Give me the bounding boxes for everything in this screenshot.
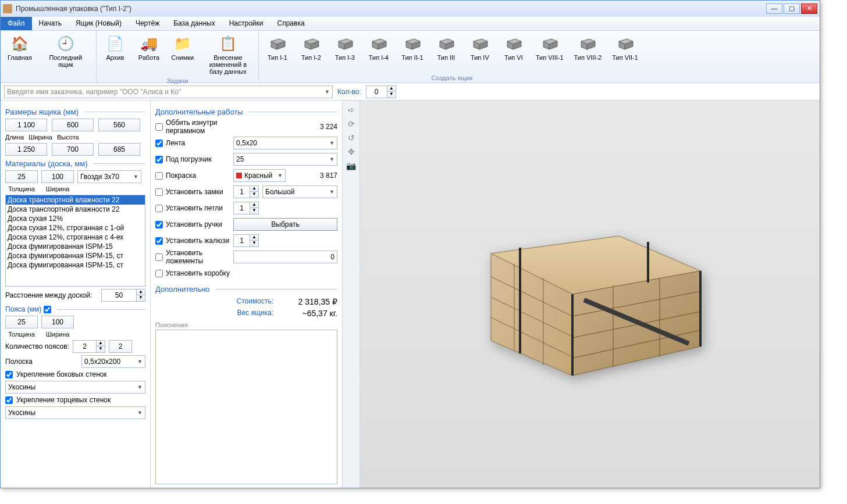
reinforce-side-combo[interactable]: Укосины▼ bbox=[5, 381, 145, 394]
rotate-icon[interactable]: ↺ bbox=[346, 132, 357, 144]
work-checkbox[interactable] bbox=[155, 140, 163, 147]
ribbon-button[interactable]: Тип I-4 bbox=[365, 33, 393, 62]
reinforce-end-combo[interactable]: Укосины▼ bbox=[5, 406, 145, 419]
work-checkbox-label[interactable]: Оббить изнутри пергамином bbox=[155, 119, 230, 135]
work-spinner[interactable]: ▲▼ bbox=[233, 234, 259, 247]
ribbon-button[interactable]: Тип VII-1 bbox=[610, 33, 640, 62]
list-item[interactable]: Доска фумигированная ISPM-15, ст bbox=[6, 260, 145, 270]
work-spinner[interactable]: ▲▼ bbox=[233, 185, 259, 198]
menu-item[interactable]: Настройки bbox=[222, 17, 271, 30]
camera-icon[interactable]: 📷 bbox=[346, 160, 357, 171]
belts-checkbox[interactable] bbox=[44, 306, 51, 313]
nails-combo[interactable]: Гвозди 3x70▼ bbox=[77, 170, 141, 183]
crate-type-icon bbox=[268, 34, 287, 53]
work-checkbox-label[interactable]: Установить ручки bbox=[155, 220, 230, 228]
ribbon-button[interactable]: Тип II-1 bbox=[398, 33, 426, 62]
spinner-up-icon[interactable]: ▲ bbox=[387, 86, 396, 92]
color-select[interactable]: Красный▼ bbox=[233, 169, 286, 182]
belt-width-input[interactable] bbox=[41, 316, 74, 328]
ribbon-button[interactable]: Тип I-2 bbox=[297, 33, 325, 62]
work-checkbox-label[interactable]: Установить ложементы bbox=[155, 249, 230, 265]
refresh-icon[interactable]: ⟳ bbox=[346, 118, 357, 130]
ribbon-button[interactable]: 📄Архив bbox=[101, 33, 129, 62]
menu-item[interactable]: Файл bbox=[1, 17, 32, 30]
ribbon-button[interactable]: Тип IV bbox=[466, 33, 494, 62]
dimension-outer-input[interactable] bbox=[52, 143, 94, 156]
work-checkbox[interactable] bbox=[155, 172, 163, 180]
dimension-input[interactable] bbox=[5, 119, 47, 131]
move-icon[interactable]: ✥ bbox=[346, 146, 357, 158]
work-checkbox[interactable] bbox=[155, 205, 163, 212]
list-item[interactable]: Доска фумигированная ISPM-15, ст bbox=[6, 251, 145, 260]
list-item[interactable]: Доска сухая 12%, строганная с 1-ой bbox=[6, 223, 145, 233]
notes-textarea[interactable] bbox=[155, 330, 337, 484]
work-checkbox[interactable] bbox=[155, 237, 163, 245]
belt-count-spinner-1[interactable]: ▲▼ bbox=[73, 340, 105, 353]
strip-combo[interactable]: 0,5x20x200▼ bbox=[81, 355, 145, 368]
belt-thickness-input[interactable] bbox=[5, 316, 38, 328]
width-input[interactable] bbox=[41, 170, 74, 183]
work-checkbox-label[interactable]: Лента bbox=[155, 139, 230, 147]
qty-input[interactable] bbox=[366, 85, 387, 98]
ribbon-button[interactable]: 📁Снимки bbox=[169, 33, 197, 62]
list-item[interactable]: Доска транспортной влажности 22 bbox=[6, 205, 145, 214]
work-checkbox-label[interactable]: Под погрузчик bbox=[155, 155, 230, 163]
reinforce-end-chk[interactable] bbox=[5, 396, 13, 404]
work-checkbox[interactable] bbox=[155, 221, 163, 228]
belt-count-2[interactable] bbox=[109, 340, 132, 353]
qty-spinner[interactable]: ▲▼ bbox=[366, 85, 396, 98]
menu-item[interactable]: Чертёж bbox=[129, 17, 166, 30]
menu-item[interactable]: Ящик (Новый) bbox=[69, 17, 129, 30]
ribbon-button[interactable]: 📋Внесение изменений в базу данных bbox=[202, 33, 254, 76]
menu-item[interactable]: База данных bbox=[166, 17, 222, 30]
forward-icon[interactable]: ➪ bbox=[346, 104, 357, 116]
dimension-input[interactable] bbox=[98, 119, 140, 131]
crate-render bbox=[468, 201, 712, 387]
ribbon-button[interactable]: Тип I-1 bbox=[264, 33, 291, 62]
spinner-down-icon[interactable]: ▼ bbox=[387, 92, 396, 98]
dimension-outer-input[interactable] bbox=[98, 143, 140, 156]
ribbon-button[interactable]: 🕘Последний ящик bbox=[40, 33, 91, 69]
ribbon-button[interactable]: 🏠Главная bbox=[5, 33, 34, 62]
work-select[interactable]: 0,5x20▼ bbox=[233, 137, 337, 149]
close-button[interactable]: ✕ bbox=[801, 3, 817, 14]
list-item[interactable]: Доска фумигированная ISPM-15 bbox=[6, 242, 145, 251]
work-select[interactable]: 25▼ bbox=[233, 153, 337, 166]
work-checkbox-label[interactable]: Установить замки bbox=[155, 188, 230, 196]
reinforce-side-chk[interactable] bbox=[5, 371, 13, 378]
ribbon-button[interactable]: Тип VIII-1 bbox=[533, 33, 566, 62]
work-checkbox-label[interactable]: Установить жалюзи bbox=[155, 237, 230, 245]
thickness-input[interactable] bbox=[5, 170, 38, 183]
list-item[interactable]: Доска сухая 12% bbox=[6, 214, 145, 223]
work-number-input[interactable] bbox=[233, 251, 337, 263]
ribbon-button[interactable]: Тип I-3 bbox=[331, 33, 359, 62]
work-checkbox[interactable] bbox=[155, 253, 163, 261]
3d-viewport[interactable] bbox=[360, 101, 820, 488]
work-select-2[interactable]: Большой▼ bbox=[262, 185, 337, 198]
work-checkbox-label[interactable]: Установить петли bbox=[155, 204, 230, 212]
ribbon-button[interactable]: 🚚Работа bbox=[135, 33, 163, 62]
plank-listbox[interactable]: Доска транспортной влажности 22Доска тра… bbox=[5, 195, 145, 287]
choose-button[interactable]: Выбрать bbox=[233, 218, 337, 231]
maximize-button[interactable]: ▢ bbox=[784, 3, 800, 14]
work-checkbox[interactable] bbox=[155, 188, 163, 196]
dimension-outer-input[interactable] bbox=[5, 143, 47, 156]
work-checkbox[interactable] bbox=[155, 270, 163, 277]
list-item[interactable]: Доска сухая 12%, строганная с 4-ех bbox=[6, 233, 145, 242]
list-item[interactable]: Доска транспортной влажности 22 bbox=[6, 195, 145, 205]
customer-combo[interactable]: Введите имя заказчика, например "ООО "Ал… bbox=[4, 85, 333, 98]
minimize-button[interactable]: — bbox=[766, 3, 782, 14]
work-checkbox[interactable] bbox=[155, 123, 163, 131]
work-checkbox[interactable] bbox=[155, 156, 163, 163]
dimension-input[interactable] bbox=[52, 119, 94, 131]
menu-item[interactable]: Начать bbox=[32, 17, 69, 30]
ribbon-button[interactable]: Тип III bbox=[432, 33, 460, 62]
plank-spacing-spinner[interactable]: ▲▼ bbox=[101, 289, 145, 302]
menu-item[interactable]: Справка bbox=[271, 17, 312, 30]
ribbon-button-label: Тип IV bbox=[471, 54, 489, 61]
ribbon-button[interactable]: Тип VI bbox=[500, 33, 528, 62]
work-spinner[interactable]: ▲▼ bbox=[233, 202, 259, 215]
work-checkbox-label[interactable]: Установить коробку bbox=[155, 269, 230, 277]
ribbon-button[interactable]: Тип VIII-2 bbox=[572, 33, 604, 62]
work-checkbox-label[interactable]: Покраска bbox=[155, 171, 230, 180]
